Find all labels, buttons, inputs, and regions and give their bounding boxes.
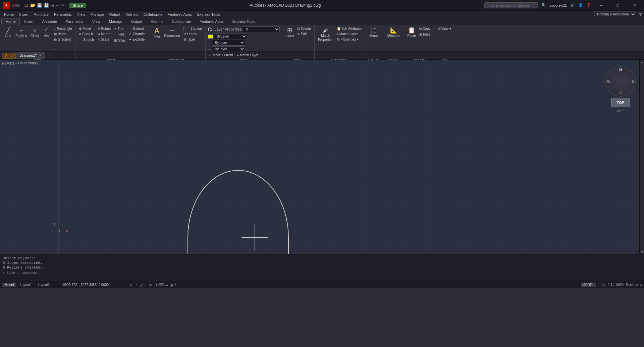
- copy-clip-button[interactable]: ⧉ Copy: [418, 26, 432, 32]
- create-block-button[interactable]: ⊡ Create: [296, 26, 312, 31]
- close-drawing-tab[interactable]: ✕: [39, 53, 42, 57]
- command-input[interactable]: [6, 271, 641, 275]
- rotate-button[interactable]: ↻ Rotate: [96, 26, 112, 31]
- tab-start[interactable]: Start: [2, 53, 16, 59]
- leader-button[interactable]: ↗ Leader: [182, 32, 204, 37]
- edit-block-button[interactable]: ✏ Edit: [296, 32, 312, 37]
- linear-button[interactable]: |←→| Linear: [182, 26, 204, 31]
- layer-select[interactable]: 0: [243, 26, 280, 32]
- undo-btn[interactable]: ↩: [56, 3, 60, 8]
- tab-insert[interactable]: Insert: [20, 18, 38, 25]
- annotation-scale-icon[interactable]: Aₙ: [602, 283, 606, 287]
- dynin-icon[interactable]: ⌨: [158, 283, 164, 287]
- save-as-btn[interactable]: 💾: [44, 3, 49, 8]
- menu-insert[interactable]: Insert: [16, 12, 31, 17]
- tab-parametric[interactable]: Parametric: [61, 18, 88, 25]
- new-layout-btn[interactable]: +: [53, 283, 59, 287]
- chamfer-button[interactable]: ∠ Chamfer: [127, 32, 147, 37]
- menu-output[interactable]: Output: [107, 12, 123, 17]
- expand-ribbon-btn[interactable]: ▼: [638, 12, 643, 17]
- gradient-button[interactable]: ◐ Gradient: [53, 37, 73, 42]
- layout1-tab[interactable]: Layout1: [17, 283, 35, 287]
- tab-annotate[interactable]: Annotate: [38, 18, 61, 25]
- share-button[interactable]: Share: [69, 3, 86, 8]
- search-input[interactable]: [484, 2, 538, 8]
- osnap-icon[interactable]: ⊙: [144, 283, 148, 287]
- match-layer-button[interactable]: ≈ Match Layer: [236, 53, 260, 58]
- help-icon[interactable]: ❓: [586, 3, 591, 7]
- match-properties-button[interactable]: 🖌 MatchProperties: [317, 26, 335, 43]
- tab-manage[interactable]: Manage: [105, 18, 127, 25]
- qprops-icon[interactable]: ℹ: [174, 283, 176, 287]
- tab-addins[interactable]: Add-ins: [147, 18, 168, 25]
- view-btn1[interactable]: ⊞ View ▾: [436, 26, 452, 31]
- move-button[interactable]: ✥ Move: [77, 26, 95, 31]
- line-button[interactable]: ╱ Line: [3, 26, 13, 39]
- model-tab[interactable]: Model: [2, 283, 16, 287]
- view-cube-top[interactable]: TOP: [611, 98, 630, 107]
- layer-linetype-select[interactable]: ByLayer: [212, 40, 245, 46]
- tab-home[interactable]: Home: [1, 18, 20, 25]
- fillet-button[interactable]: ⌒ Fillet: [113, 32, 127, 38]
- menu-addins[interactable]: Add-ins: [123, 12, 141, 17]
- insert-button[interactable]: ⊞ Insert: [284, 26, 295, 39]
- hatch-button[interactable]: ⊞ Hatch: [53, 32, 73, 37]
- menu-view[interactable]: View: [74, 12, 88, 17]
- group-button[interactable]: ⬚ Group: [368, 26, 380, 39]
- workspace-select[interactable]: Drafting & Annotation: [594, 11, 636, 17]
- tab-express[interactable]: Express Tools: [228, 18, 260, 25]
- cart-icon[interactable]: 🛒: [570, 3, 575, 7]
- new-tab-btn[interactable]: +: [46, 53, 52, 58]
- menu-collaborate[interactable]: Collaborate: [141, 12, 165, 17]
- print-btn[interactable]: 🖨: [50, 3, 55, 8]
- open-file-btn[interactable]: 📂: [30, 3, 36, 8]
- save-btn[interactable]: 💾: [37, 3, 42, 8]
- layer-lineweight-select[interactable]: ByLayer: [212, 46, 245, 52]
- circle-button[interactable]: ○ Circle: [29, 26, 41, 39]
- stretch-button[interactable]: ↔ Stretch: [77, 37, 95, 42]
- snap-grid-icon[interactable]: ⊞: [130, 283, 133, 287]
- vertical-scrollbar[interactable]: ▲ ▼: [639, 60, 644, 254]
- tab-featured[interactable]: Featured Apps: [195, 18, 228, 25]
- drawing-area[interactable]: Y ✕ [-][Top][2D Wireframe] N S W E TOP W: [0, 60, 644, 254]
- explode-button[interactable]: ✦ Explode: [127, 37, 147, 42]
- snap-icon[interactable]: ◎: [140, 283, 143, 287]
- nav-cube[interactable]: N S W E TOP WCS: [604, 66, 637, 107]
- layer-color-swatch[interactable]: [208, 35, 213, 39]
- paste-button[interactable]: 📋 Paste: [406, 26, 418, 39]
- scroll-down-btn[interactable]: ▼: [640, 250, 644, 253]
- lineweight-icon[interactable]: ═: [165, 283, 168, 287]
- rectangle-button[interactable]: □ Rectangle: [53, 26, 73, 31]
- layer-color-select[interactable]: ByLayer: [214, 34, 247, 39]
- extend-button[interactable]: → Extend: [127, 26, 147, 31]
- minimize-button[interactable]: ─: [594, 2, 608, 9]
- redo-btn[interactable]: ↪: [61, 3, 65, 8]
- tab-view[interactable]: View: [88, 18, 105, 25]
- layout2-tab[interactable]: Layout2: [35, 283, 53, 287]
- array-button[interactable]: ⊞ Array: [113, 38, 127, 43]
- tab-collaborate[interactable]: Collaborate: [168, 18, 195, 25]
- scroll-up-btn[interactable]: ▲: [640, 60, 644, 64]
- menu-parametric[interactable]: Parametric: [51, 12, 74, 17]
- menu-express[interactable]: Express Tools: [195, 12, 223, 17]
- ortho-icon[interactable]: ⊥: [135, 283, 138, 287]
- tab-drawing1[interactable]: Drawing1* ✕: [16, 52, 45, 59]
- tab-output[interactable]: Output: [127, 18, 147, 25]
- new-file-btn[interactable]: 🗋: [24, 3, 29, 8]
- user-icon[interactable]: 👤: [578, 3, 583, 7]
- text-button[interactable]: A Text: [151, 26, 162, 40]
- arc-button[interactable]: ◜ Arc: [41, 26, 52, 39]
- table-button[interactable]: ⊞ Table: [182, 37, 204, 42]
- edit-attributes-button[interactable]: 📋 Edit Attributes: [335, 26, 364, 31]
- dimension-button[interactable]: ↔ Dimension: [163, 26, 181, 39]
- maximize-button[interactable]: □: [611, 2, 625, 9]
- properties-panel-button[interactable]: ⚙ Properties ▾: [335, 37, 364, 42]
- scale-button[interactable]: ⤡ Scale: [96, 37, 112, 42]
- menu-annotate[interactable]: Annotate: [31, 12, 51, 17]
- mirror-button[interactable]: ⇔ Mirror: [96, 32, 112, 37]
- base-button[interactable]: ⊞ Base: [418, 32, 432, 37]
- match-layer-prop-button[interactable]: ≈ Match Layer: [335, 32, 364, 37]
- customize-icon[interactable]: ≡: [640, 283, 642, 287]
- menu-home[interactable]: Home: [1, 12, 16, 17]
- close-button[interactable]: ✕: [628, 2, 641, 9]
